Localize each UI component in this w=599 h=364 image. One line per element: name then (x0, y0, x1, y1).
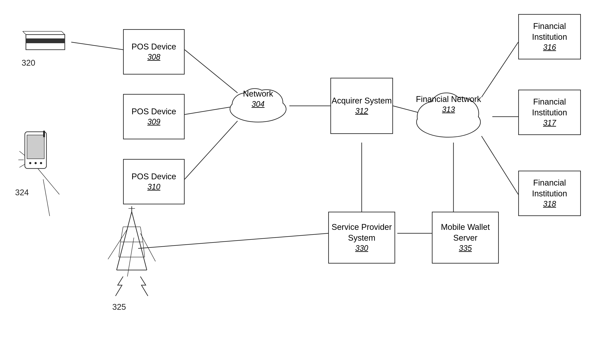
pos-device-308: POS Device 308 (123, 29, 185, 75)
card-svg (22, 30, 69, 54)
pos309-ref: 309 (147, 117, 160, 127)
acquirer-system-312: Acquirer System 312 (330, 78, 393, 134)
svg-rect-28 (43, 131, 45, 137)
svg-line-3 (185, 121, 238, 179)
financial-network-313: Financial Network 313 (413, 80, 484, 147)
connection-lines (0, 0, 599, 364)
svg-line-12 (138, 233, 328, 249)
svg-line-55 (140, 227, 143, 242)
sp330-label: Service Provider System (329, 222, 395, 243)
svg-line-54 (121, 227, 123, 242)
pos310-label: POS Device (132, 171, 176, 182)
pos309-label: POS Device (132, 106, 176, 117)
mobile-wallet-335: Mobile Wallet Server 335 (432, 212, 499, 264)
svg-rect-24 (27, 135, 44, 159)
fi-316: Financial Institution 316 (518, 14, 581, 59)
svg-line-6 (482, 42, 518, 97)
svg-line-31 (19, 164, 25, 168)
sp330-ref: 330 (355, 243, 368, 253)
tower-icon-325 (104, 205, 160, 302)
fi-318: Financial Institution 318 (518, 171, 581, 216)
phone-svg (18, 130, 53, 184)
svg-line-49 (132, 212, 147, 270)
fi316-ref: 316 (543, 42, 556, 53)
fi-317: Financial Institution 317 (518, 90, 581, 135)
network-304: Network 304 (227, 76, 289, 130)
svg-line-21 (62, 31, 65, 35)
acquirer312-label: Acquirer System (332, 96, 392, 106)
fn313-label: Financial Network (413, 94, 484, 105)
service-provider-330: Service Provider System 330 (328, 212, 395, 264)
phone-icon-324 (18, 130, 53, 184)
svg-line-20 (23, 31, 26, 35)
svg-point-27 (40, 162, 42, 164)
tower-svg (104, 205, 160, 298)
pos-device-310: POS Device 310 (123, 159, 185, 204)
pos-device-309: POS Device 309 (123, 94, 185, 139)
pos308-ref: 308 (147, 52, 160, 62)
fi317-ref: 317 (543, 118, 556, 128)
svg-line-14 (43, 179, 50, 216)
label-325: 325 (112, 302, 126, 312)
fi318-ref: 318 (543, 199, 556, 209)
diagram: POS Device 308 POS Device 309 POS Device… (0, 0, 599, 364)
mw335-ref: 335 (459, 243, 472, 253)
fn313-ref: 313 (413, 105, 484, 115)
acquirer312-ref: 312 (355, 106, 368, 116)
svg-point-26 (35, 162, 37, 164)
fi316-label: Financial Institution (519, 21, 580, 42)
svg-line-0 (71, 42, 123, 50)
pos308-label: POS Device (132, 42, 176, 52)
svg-rect-19 (26, 38, 65, 43)
mw335-label: Mobile Wallet Server (432, 222, 498, 243)
label-320: 320 (22, 58, 35, 68)
pos310-ref: 310 (147, 182, 160, 192)
network304-ref: 304 (227, 99, 289, 109)
svg-line-29 (19, 151, 25, 156)
label-324: 324 (15, 188, 29, 197)
card-icon-320 (22, 28, 69, 56)
fi318-label: Financial Institution (519, 178, 580, 199)
svg-line-8 (482, 136, 518, 195)
fi317-label: Financial Institution (519, 97, 580, 118)
svg-point-25 (29, 162, 31, 164)
network304-label: Network (227, 89, 289, 99)
svg-line-48 (117, 212, 132, 270)
